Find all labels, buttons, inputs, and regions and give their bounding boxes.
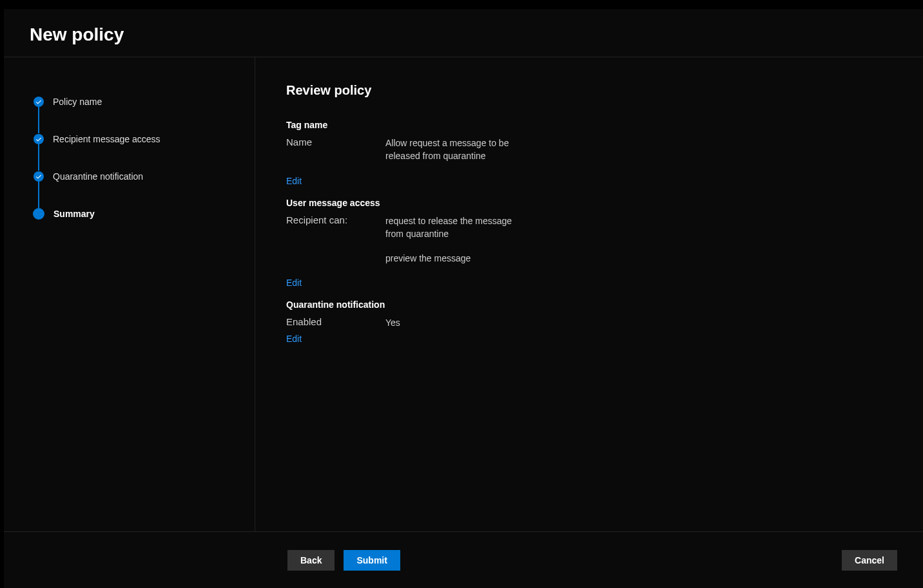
step-quarantine-notification[interactable]: Quarantine notification [34,158,255,195]
row-enabled: Enabled Yes [286,316,923,329]
content-title: Review policy [286,83,923,98]
step-recipient-access[interactable]: Recipient message access [34,120,255,158]
edit-user-access-link[interactable]: Edit [286,278,302,288]
check-icon [34,97,44,107]
wizard-panel: New policy Policy name Recipient messag [4,9,923,588]
section-heading-tag-name: Tag name [286,120,923,130]
check-icon [34,134,44,144]
wizard-sidebar: Policy name Recipient message access Qua… [4,57,255,531]
submit-button[interactable]: Submit [344,550,400,571]
current-step-icon [33,208,44,220]
footer-left: Back Submit [287,550,400,571]
panel-title: New policy [30,24,897,45]
row-label: Name [286,137,385,147]
check-icon [34,171,44,182]
row-value: preview the message [385,252,527,265]
step-connector [38,106,39,133]
row-value: request to release the message from quar… [385,214,527,241]
edit-tag-name-link[interactable]: Edit [286,176,302,186]
step-connector [38,181,39,208]
panel-body: Policy name Recipient message access Qua… [4,57,923,531]
row-value: Allow request a message to be released f… [385,137,527,163]
wizard-content: Review policy Tag name Name Allow reques… [255,57,923,531]
row-recipient-can: Recipient can: request to release the me… [286,214,923,265]
step-summary[interactable]: Summary [34,195,255,232]
panel-header: New policy [4,9,923,57]
section-heading-user-access: User message access [286,198,923,208]
step-label: Recipient message access [53,134,160,144]
step-label: Quarantine notification [53,171,143,182]
row-tag-name: Name Allow request a message to be relea… [286,137,923,163]
step-label: Summary [53,209,95,219]
footer-right: Cancel [842,550,897,571]
row-label: Recipient can: [286,214,385,225]
section-heading-notification: Quarantine notification [286,299,923,310]
step-policy-name[interactable]: Policy name [34,83,255,120]
back-button[interactable]: Back [287,550,335,571]
step-label: Policy name [53,97,102,107]
wizard-footer: Back Submit Cancel [4,531,923,588]
wizard-steps: Policy name Recipient message access Qua… [34,83,255,232]
row-label: Enabled [286,316,385,327]
row-value: Yes [385,316,400,329]
edit-notification-link[interactable]: Edit [286,334,302,344]
step-connector [38,144,39,171]
cancel-button[interactable]: Cancel [842,550,897,571]
